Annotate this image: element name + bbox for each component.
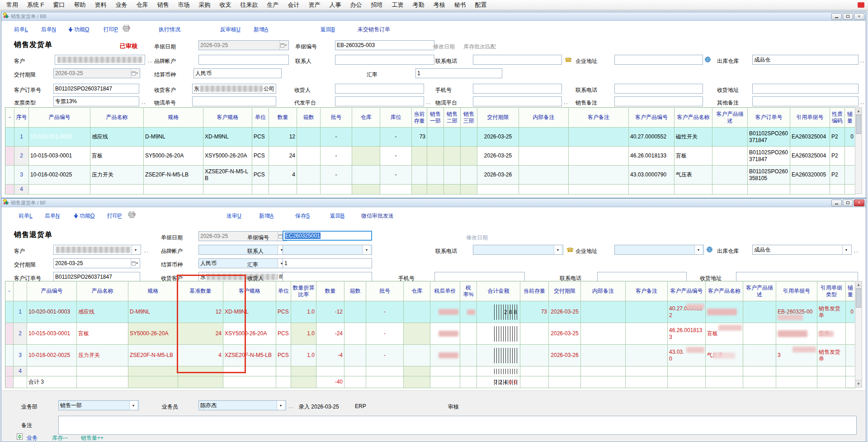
table-cell[interactable] <box>291 376 316 388</box>
exchange-rate-input[interactable]: 1 <box>283 258 372 268</box>
table-cell[interactable]: 2026-03-25 <box>549 323 581 345</box>
table-scrollbar[interactable]: ▲ ▼ <box>855 281 862 388</box>
table-cell[interactable] <box>344 301 366 323</box>
table-cell[interactable] <box>626 301 668 323</box>
table-cell[interactable] <box>626 366 668 376</box>
table-cell[interactable] <box>352 185 380 195</box>
phone-input[interactable] <box>473 55 562 65</box>
table-cell[interactable]: 72400 <box>477 376 520 388</box>
execution-status-link[interactable]: 执行情况 <box>159 26 180 33</box>
table-cell[interactable]: ZSE20F-N-M5-LB <box>128 345 178 366</box>
menu-item[interactable]: 考核 <box>429 0 450 10</box>
table-cell[interactable] <box>477 323 520 345</box>
table-cell[interactable]: EB-260325-00 <box>776 301 817 323</box>
column-header[interactable]: 数量折算比率 <box>291 281 316 301</box>
table-cell[interactable] <box>460 301 477 323</box>
sales-note-input[interactable] <box>614 96 703 106</box>
table-cell[interactable] <box>297 185 321 195</box>
table-cell[interactable]: P2 <box>830 147 845 166</box>
table-cell[interactable] <box>569 166 629 185</box>
table-cell[interactable] <box>626 323 668 345</box>
table-cell[interactable]: P2 <box>830 128 845 147</box>
phone-combo[interactable]: ▼ <box>473 245 563 255</box>
column-header[interactable]: 数量 <box>316 281 344 301</box>
ship-address-input[interactable] <box>752 84 859 94</box>
contact-combo[interactable]: ▼ <box>283 245 372 255</box>
table-cell[interactable]: 1.0 <box>291 345 316 366</box>
scroll-up-icon[interactable]: ▲ <box>855 108 862 115</box>
table-cell[interactable] <box>404 366 430 376</box>
table-cell[interactable] <box>776 366 817 376</box>
column-header[interactable]: 客户备注 <box>569 108 629 128</box>
row-number-cell[interactable]: 2 <box>14 147 29 166</box>
print-link[interactable]: 打印P <box>107 212 122 220</box>
table-cell[interactable] <box>444 128 461 147</box>
table-cell[interactable] <box>581 376 626 388</box>
calendar-dropdown-icon[interactable]: ▾ <box>131 259 138 268</box>
notification-badge[interactable] <box>858 2 864 8</box>
table-cell[interactable] <box>668 366 706 376</box>
column-header[interactable]: 交付期限 <box>477 108 519 128</box>
column-header[interactable]: - <box>5 281 14 301</box>
row-number-cell[interactable]: 3 <box>14 166 29 185</box>
table-cell[interactable] <box>581 366 626 376</box>
table-cell[interactable]: - <box>321 128 352 147</box>
menu-item[interactable]: 销售 <box>153 0 174 10</box>
table-cell[interactable]: PCS <box>252 147 269 166</box>
sales-volume-link[interactable]: 销售量++ <box>81 434 104 442</box>
column-header[interactable]: 箱数 <box>297 108 321 128</box>
table-cell[interactable] <box>427 166 444 185</box>
combo-dropdown-icon[interactable]: ▼ <box>694 245 702 254</box>
table-cell[interactable] <box>626 345 668 366</box>
column-header[interactable]: 箱数 <box>344 281 366 301</box>
column-header[interactable]: 引用单据号 <box>776 281 817 301</box>
table-cell[interactable]: 销售发货单 <box>817 301 846 323</box>
row-number-cell[interactable]: 2 <box>14 323 27 345</box>
column-header[interactable]: 批号 <box>321 108 352 128</box>
company-address-combo[interactable]: ▼ <box>614 245 704 255</box>
table-cell[interactable] <box>430 345 460 366</box>
add-new-link[interactable]: 新增A <box>254 26 268 33</box>
platform-more-button[interactable]: .. <box>426 99 431 105</box>
table-cell[interactable]: XZSE20F-N-M5-LB <box>203 166 252 185</box>
table-cell[interactable] <box>352 166 380 185</box>
table-cell[interactable]: D-M9NL <box>144 128 203 147</box>
salesperson-more-button[interactable]: .. <box>289 403 294 409</box>
table-cell[interactable]: 气压表 <box>675 166 712 185</box>
table-cell[interactable] <box>344 366 366 376</box>
table-cell[interactable] <box>461 128 477 147</box>
column-header[interactable]: 引用单据号 <box>790 108 830 128</box>
column-header[interactable]: 当前存量 <box>520 281 549 301</box>
menu-item[interactable]: 系统 F <box>23 0 49 10</box>
table-cell[interactable]: - <box>321 147 352 166</box>
column-header[interactable]: 客户产品描述 <box>743 281 776 301</box>
table-cell[interactable] <box>743 345 776 366</box>
table-cell[interactable]: SY5000-26-20A <box>128 323 178 345</box>
table-cell[interactable]: 73 <box>520 301 549 323</box>
close-button[interactable]: × <box>854 13 864 20</box>
table-cell[interactable]: 43.03.0 <box>668 345 706 366</box>
table-cell[interactable] <box>569 128 629 147</box>
menu-item[interactable]: 办公 <box>346 0 367 10</box>
table-cell[interactable] <box>352 128 380 147</box>
table-cell[interactable]: 1.0 <box>291 301 316 323</box>
table-cell[interactable]: B01102SPO260358105 <box>748 166 790 185</box>
mobile-input[interactable] <box>434 272 525 282</box>
table-cell[interactable] <box>461 185 477 195</box>
combo-dropdown-icon[interactable]: ▼ <box>554 245 561 254</box>
table-cell[interactable]: 10-015-003-0001 <box>29 147 90 166</box>
table-cell[interactable] <box>90 185 144 195</box>
scroll-down-icon[interactable]: ▼ <box>855 380 862 387</box>
logistics-platform-input[interactable] <box>473 96 562 106</box>
ship-customer-input[interactable]: 东公司 <box>192 84 276 94</box>
table-cell[interactable] <box>276 376 291 388</box>
column-header[interactable]: 客户规格 <box>223 281 276 301</box>
table-cell[interactable] <box>276 366 291 376</box>
table-cell[interactable] <box>412 185 427 195</box>
invoice-type-input[interactable]: 专票13% <box>53 96 139 106</box>
table-cell[interactable] <box>743 323 776 345</box>
table-cell[interactable] <box>668 376 706 388</box>
table-cell[interactable] <box>404 376 430 388</box>
back-link[interactable]: 返回B <box>321 26 335 33</box>
table-cell[interactable] <box>569 147 629 166</box>
